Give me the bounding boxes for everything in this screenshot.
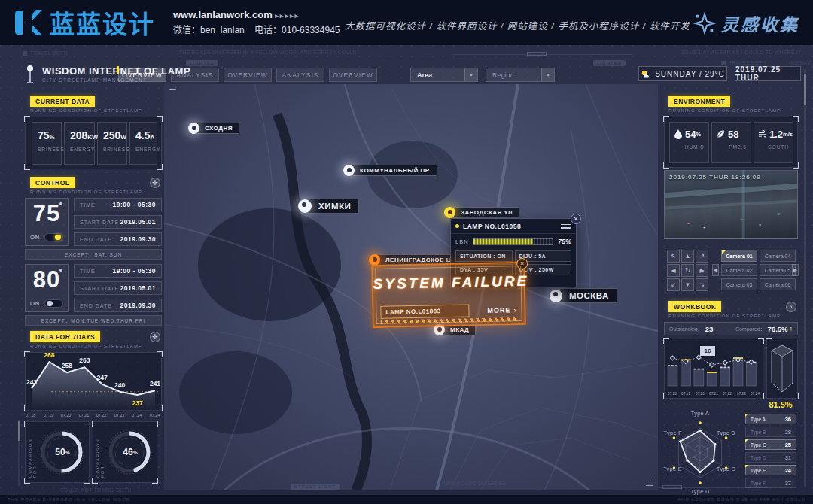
type-row-f[interactable]: Type F37 [745, 478, 796, 488]
type-row-b[interactable]: Type B28 [745, 427, 796, 437]
brand-phone: 电话：010-63334945 [254, 25, 340, 35]
popup-field-situation: SITUATION : ON [455, 250, 513, 262]
bottom-bar-left-text: THE ROADS DIVERGED IN A YELLOW WOOD [8, 497, 130, 502]
tab-analysis-1[interactable]: ANALYSIS [171, 68, 219, 82]
power-toggle-2[interactable] [44, 299, 63, 308]
tab-overview-3[interactable]: OVERVIEW [329, 68, 377, 82]
pan-down-right-button[interactable]: ↘ [696, 278, 708, 291]
radar-label-b: Type B [717, 430, 735, 436]
camera-05-button[interactable]: Camera 05 [760, 264, 796, 276]
environment-title: ENVIRONMENT [668, 96, 730, 107]
reset-view-button[interactable]: ↻ [681, 264, 694, 277]
pan-up-right-button[interactable]: ↗ [696, 250, 708, 263]
brand-logo: 蓝蓝设计 [14, 5, 155, 41]
pan-up-left-button[interactable]: ↖ [667, 250, 680, 263]
power-toggle-1[interactable] [44, 233, 63, 241]
system-failure-alert: × SYSTEM FAILURE LAMP NO.L01803 MORE› [371, 262, 526, 328]
decor-poem-top2: SOME DAY AS FAR AS I COULD TO WHERE IT [681, 50, 802, 55]
popup-lamp-title: LAMP NO.L01058 [463, 223, 561, 230]
weather-widget: SUNNDAY / 29°C [638, 66, 727, 81]
decor-poem-bottom-b: COULD NOT TRAVEL BOTH [60, 487, 132, 493]
pan-up-button[interactable]: ▲ [681, 250, 694, 263]
camera-03-button[interactable]: Camera 03 [721, 278, 757, 290]
chevron-down-icon[interactable]: ▾ [464, 68, 477, 81]
pan-right-button[interactable]: ▶ [696, 264, 708, 277]
alert-lamp-id: LAMP NO.L01803 [380, 304, 469, 318]
tab-overview-2[interactable]: OVERVIEW [224, 68, 272, 82]
tab-analysis-2[interactable]: ANALYSIS [276, 68, 324, 82]
map-label-shodnya: СХОДНЯ [188, 123, 239, 134]
collect-badge: 灵感收集 [693, 11, 799, 36]
camera-01-button[interactable]: Camera 01 [721, 250, 757, 262]
current-data-frame: 75% BRINESS 208KW ENERGY 250W BRINESS 4.… [25, 117, 162, 169]
comparison-gauge-1: COMPARISON FOR 50% [25, 421, 90, 483]
close-icon[interactable]: × [571, 214, 581, 224]
lamp-pin[interactable] [550, 290, 562, 302]
map-label-kommunalny: КОММУНАЛЬНЫЙ ПР. [343, 165, 437, 176]
decor-street-light-chip: STREET LIGHT [291, 484, 340, 490]
lamp-pin[interactable] [188, 123, 199, 134]
brightness-display-1: 75 ON [25, 198, 69, 246]
svg-text:263: 263 [79, 357, 90, 364]
control-subtitle: RUNNING CONDITION OF STREETLAMP [30, 190, 142, 194]
type-row-e[interactable]: Type E24 [745, 465, 796, 475]
app-root: 蓝蓝设计 www.lanlanwork.com ▸▸▸▸▸ 微信：ben_lan… [0, 0, 813, 504]
lamp-pin[interactable] [298, 199, 312, 213]
except-bar-2: EXCEPT：MON,TUE,WED,THUR,FRI [25, 315, 162, 326]
pan-left-button[interactable]: ◀ [667, 264, 680, 277]
type-row-c[interactable]: Type C25 [745, 439, 796, 450]
left-mini-scrollbar[interactable] [18, 420, 20, 486]
camera-02-button[interactable]: Camera 02 [721, 264, 757, 276]
decor-checkbox-travel: TRAVEL BOTH [23, 50, 68, 56]
cube-3d-icon [767, 339, 797, 398]
svg-text:241: 241 [150, 380, 160, 387]
environment-frame: 54% HUMID 58 PM2.5 1.2m/s SOUTH [664, 117, 798, 168]
comparison-gauge-2: COMPARISON FOR 46% [93, 421, 157, 483]
arrow-up-icon: ↑ [790, 325, 793, 332]
svg-text:258: 258 [62, 362, 72, 369]
decor-poem-top3: HIS HAVING PERHAPS THE BETTER CLAIM, BEC… [789, 60, 811, 65]
type-row-d[interactable]: Type D31 [745, 452, 796, 463]
lbn-value: 75% [558, 238, 571, 245]
line-chart-x-labels: 07.1807.1907.2007.2107.2207.2307.2407.24 [25, 413, 160, 417]
decor-slider [527, 52, 547, 56]
camera-04-button[interactable]: Camera 04 [760, 250, 796, 262]
time-row-2: TIME19:00 - 05:30 [74, 264, 162, 278]
brand-logo-text: 蓝蓝设计 [50, 5, 155, 41]
workbook-more-button[interactable]: › [786, 302, 796, 312]
add-control-button[interactable]: ✛ [150, 178, 160, 188]
radar-label-e: Type E [652, 466, 682, 472]
area-select[interactable]: Area ▾ [410, 68, 478, 82]
tab-overview-1[interactable]: OVERVIEW [118, 68, 166, 82]
pan-down-left-button[interactable]: ↙ [667, 278, 680, 291]
bottom-status-bar: THE ROADS DIVERGED IN A YELLOW WOOD AND … [0, 495, 813, 504]
camera-feed[interactable]: 2019.07.25 THUR 18:26:09 [664, 170, 798, 239]
add-data7-button[interactable]: ✛ [150, 332, 160, 342]
workbook-cube-frame [766, 339, 798, 399]
camera-prev-button[interactable]: ◀ [712, 264, 719, 276]
lamp-pin-failure[interactable] [369, 254, 380, 266]
bar-tooltip: 16 [700, 346, 715, 356]
city-map[interactable]: СХОДНЯ КОММУНАЛЬНЫЙ ПР. ХИМКИ ЗАВОДСКАЯ … [164, 84, 658, 490]
camera-next-button[interactable]: ▶ [792, 264, 799, 276]
lamp-pin[interactable] [343, 165, 355, 176]
chevron-down-icon[interactable]: ▾ [541, 68, 554, 81]
pan-down-button[interactable]: ▼ [681, 278, 694, 291]
radar-label-d: Type D [662, 489, 738, 494]
lamp-pin-warning[interactable] [444, 207, 455, 218]
type-row-a[interactable]: Type A36 [745, 414, 796, 424]
map-corner [646, 478, 653, 486]
right-scrollbar[interactable] [804, 69, 806, 487]
map-label-khimki: ХИМКИ [298, 199, 359, 214]
sliders-icon[interactable] [561, 223, 571, 230]
brand-services: 大数据可视化设计 / 软件界面设计 / 网站建设 / 手机及小程序设计 / 软件… [345, 18, 690, 32]
radar-label-a: Type A [662, 411, 738, 416]
decor-lighted-chip2: LIGHTED [593, 60, 626, 66]
lamp-dot-icon [59, 202, 62, 205]
more-button[interactable]: MORE› [487, 303, 516, 317]
camera-06-button[interactable]: Camera 06 [760, 278, 796, 290]
region-select[interactable]: Region ▾ [486, 68, 555, 82]
map-label-moskva: МОСКВА [550, 288, 617, 303]
streetlamp-icon [24, 65, 36, 84]
current-data-title: CURRENT DATA [30, 96, 95, 107]
